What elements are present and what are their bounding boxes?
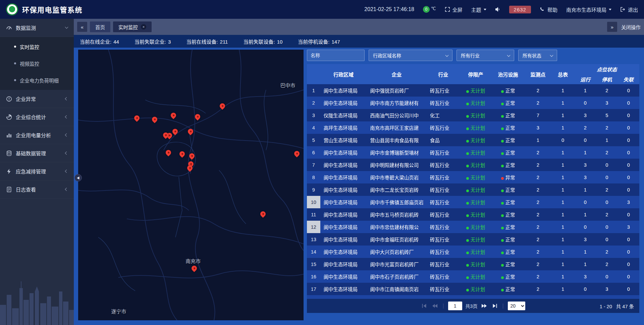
sidebar-group-enterprise-power-analysis[interactable]: 企业用电量分析 bbox=[0, 126, 74, 144]
sidebar-group-data-monitoring[interactable]: 数据监测 bbox=[0, 19, 74, 37]
tab-close-icon[interactable]: × bbox=[141, 24, 146, 30]
table-row[interactable]: 4高坪生态环境局南充市高坪区王家店建砖瓦行业无计划正常31220 bbox=[307, 121, 639, 134]
chevron-left-icon bbox=[65, 97, 68, 101]
map-pin[interactable] bbox=[194, 113, 202, 120]
cell-region: 阆中生态环境局 bbox=[320, 84, 367, 97]
map-pin[interactable] bbox=[133, 114, 141, 122]
tabs-scroll-left-button[interactable]: « bbox=[77, 22, 87, 32]
cell-stop: 2 bbox=[596, 146, 618, 159]
help-button[interactable]: 帮助 bbox=[540, 6, 557, 13]
table-row[interactable]: 3仪陇生态环境局西南油气田分公司川中化工无计划正常71350 bbox=[307, 109, 639, 121]
last-page-button[interactable] bbox=[491, 303, 498, 309]
row-index: 1 bbox=[307, 84, 320, 97]
enterprise-table-panel: 行政区域名称 所有行业 所有状态 bbox=[307, 50, 639, 320]
status-dot-icon bbox=[466, 103, 469, 105]
fullscreen-button[interactable]: 全屏 bbox=[445, 6, 463, 13]
map-pin[interactable] bbox=[293, 150, 301, 158]
status-dot-icon bbox=[501, 276, 504, 279]
announcement-button[interactable] bbox=[495, 7, 500, 12]
table-row[interactable]: 5营山生态环境局营山县润丰肉食品有限食品无计划正常10010 bbox=[307, 134, 639, 146]
sidebar-item-video-monitoring[interactable]: 视频监控 bbox=[0, 55, 74, 72]
tabs-scroll-right-button[interactable]: » bbox=[607, 22, 617, 32]
page-size-select[interactable]: 20 bbox=[508, 302, 525, 310]
map-pin[interactable] bbox=[188, 152, 196, 160]
sidebar-group-base-data-management[interactable]: 基础数据管理 bbox=[0, 144, 74, 162]
table-row[interactable]: 11阆中生态环境局阆中市五马桥页岩机砖砖瓦行业无计划正常21120 bbox=[307, 208, 639, 221]
map-pin[interactable] bbox=[151, 116, 159, 123]
cell-lost: 0 bbox=[618, 208, 639, 221]
table-row[interactable]: 6阆中生态环境局阆中市金博瑞新型墙材砖瓦行业无计划正常21120 bbox=[307, 146, 639, 159]
region-filter-select[interactable]: 行政区域名称 bbox=[369, 50, 452, 61]
next-page-button[interactable] bbox=[481, 303, 488, 309]
cell-points: 2 bbox=[525, 183, 551, 196]
cell-enterprise: 阆中市五马桥页岩机砖 bbox=[367, 208, 426, 221]
status-dot-icon bbox=[466, 115, 469, 118]
map-pin[interactable] bbox=[191, 264, 198, 272]
status-filter-select[interactable]: 所有状态 bbox=[518, 50, 557, 61]
map-pin[interactable] bbox=[219, 102, 226, 110]
table-row[interactable]: 18南部生态环境局南部县雄狮水泥有限公建材|水泥无计划正常51600 bbox=[307, 295, 639, 299]
map-panel[interactable]: 巴中市南充市遂宁市 bbox=[78, 50, 304, 320]
tab-home[interactable]: 首页 bbox=[90, 21, 110, 32]
cell-industry: 砖瓦行业 bbox=[427, 283, 460, 295]
previous-page-button[interactable] bbox=[431, 303, 438, 309]
map-pin[interactable] bbox=[178, 150, 186, 158]
table-row[interactable]: 12阆中生态环境局阆中市忠信建材有限公砖瓦行业无计划正常21003 bbox=[307, 221, 639, 233]
tabs-container: 首页实时监控× bbox=[90, 21, 604, 32]
cell-industry: 砖瓦行业 bbox=[427, 121, 460, 134]
sidebar-group-enterprise-abnormal[interactable]: 企业异常 bbox=[0, 90, 74, 108]
table-row[interactable]: 8阆中生态环境局阆中市枣碧大梁山页岩砖瓦行业无计划异常21300 bbox=[307, 171, 639, 183]
map-pin[interactable] bbox=[164, 149, 172, 157]
logout-button[interactable]: 退出 bbox=[620, 6, 638, 13]
industry-filter-value: 所有行业 bbox=[461, 52, 480, 59]
table-row[interactable]: 2阆中生态环境局阆中市南方节能建材有砖瓦行业无计划正常21030 bbox=[307, 97, 639, 109]
cell-suspension: 无计划 bbox=[460, 109, 491, 121]
table-row[interactable]: 7阆中生态环境局阆中明阳建材有限公司砖瓦行业无计划正常21300 bbox=[307, 159, 639, 171]
close-operations-button[interactable]: 关闭操作 bbox=[621, 23, 641, 31]
cell-run: 0 bbox=[575, 221, 596, 233]
cell-industry: 建材|水泥 bbox=[427, 295, 460, 299]
first-page-icon bbox=[422, 304, 427, 308]
table-row[interactable]: 16阆中生态环境局阆中市石子页岩机砖厂砖瓦行业无计划正常21300 bbox=[307, 270, 639, 283]
table-row[interactable]: 9阆中生态环境局阆中市二龙长宝页岩砖砖瓦行业无计划正常21120 bbox=[307, 183, 639, 196]
table-row[interactable]: 1阆中生态环境局阆中强锐页岩砖厂砖瓦行业无计划正常21120 bbox=[307, 84, 639, 97]
sidebar-item-enterprise-power-load-detail[interactable]: 企业电力负荷明细 bbox=[0, 72, 74, 89]
phone-icon bbox=[540, 7, 545, 12]
col-header-points: 监测点 bbox=[525, 64, 551, 84]
sidebar-group-enterprise-statistics[interactable]: 企业综合统计 bbox=[0, 108, 74, 126]
map-pin[interactable] bbox=[186, 128, 194, 136]
emergency-icon bbox=[6, 168, 12, 174]
table-row[interactable]: 14阆中生态环境局阆中大兴页岩机砖厂砖瓦行业无计划正常21120 bbox=[307, 246, 639, 258]
content-area: 巴中市南充市遂宁市 ◀ 行政区域名称 所有行业 bbox=[74, 48, 644, 325]
sidebar-item-realtime-monitoring[interactable]: 实时监控 bbox=[0, 38, 74, 55]
table-row[interactable]: 17阆中生态环境局阆中市江南镇阆南页岩砖瓦行业无计划正常21030 bbox=[307, 283, 639, 295]
table-row[interactable]: 13阆中生态环境局阆中市金福旺页岩机砖砖瓦行业无计划正常21300 bbox=[307, 233, 639, 246]
cell-enterprise: 阆中市石子页岩机砖厂 bbox=[367, 270, 426, 283]
table-row[interactable]: 10阆中生态环境局阆中市千佛镇五郎庙页岩砖瓦行业无计划正常21003 bbox=[307, 196, 639, 208]
sidebar-group-emergency-reduction[interactable]: 应急减排管理 bbox=[0, 162, 74, 180]
name-filter-input[interactable] bbox=[307, 50, 365, 61]
cell-facility: 正常 bbox=[491, 208, 525, 221]
status-dot-icon bbox=[466, 165, 469, 167]
status-dot-icon bbox=[466, 189, 469, 192]
map-pin[interactable] bbox=[170, 111, 177, 119]
sidebar-group-log-view[interactable]: 日志查看 bbox=[0, 180, 74, 199]
map-pin[interactable] bbox=[171, 128, 179, 136]
table-row[interactable]: 15阆中生态环境局阆中市光富页岩机砖厂砖瓦行业无计划正常21120 bbox=[307, 258, 639, 270]
org-menu[interactable]: 南充市生态环境局 bbox=[566, 6, 611, 13]
tab-realtime-monitoring[interactable]: 实时监控× bbox=[113, 21, 152, 32]
cell-stop: 3 bbox=[596, 97, 618, 109]
theme-menu[interactable]: 主题 bbox=[471, 6, 486, 13]
fullscreen-icon bbox=[445, 7, 450, 12]
bar-chart-icon bbox=[6, 132, 12, 138]
map-pin[interactable] bbox=[259, 210, 267, 218]
first-page-button[interactable] bbox=[421, 303, 428, 309]
cell-stop: 0 bbox=[596, 270, 618, 283]
cell-total: 1 bbox=[551, 97, 574, 109]
sidebar-group-label: 应急减排管理 bbox=[16, 168, 62, 175]
page-number-input[interactable] bbox=[448, 302, 462, 310]
sidebar-group-label: 基础数据管理 bbox=[16, 150, 62, 157]
industry-filter-select[interactable]: 所有行业 bbox=[457, 50, 514, 61]
cell-run: 0 bbox=[575, 97, 596, 109]
row-index: 13 bbox=[307, 233, 320, 246]
